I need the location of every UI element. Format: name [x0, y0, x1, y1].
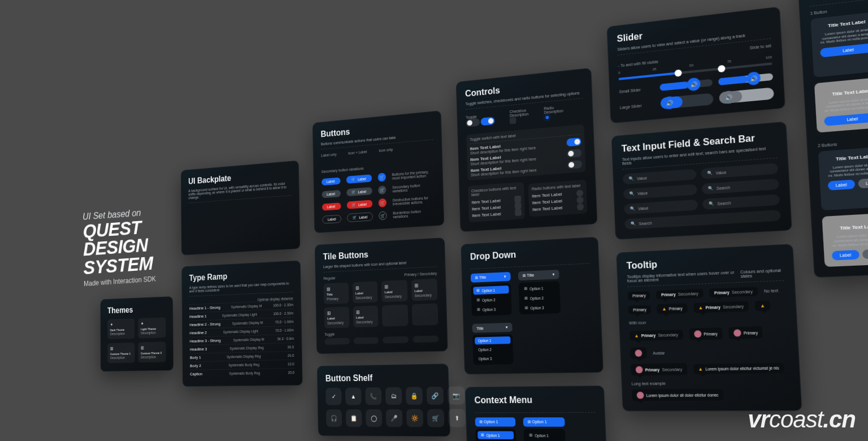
- text-input[interactable]: 🔍Value: [623, 169, 697, 185]
- tooltip-warning: ▲Primary: [657, 303, 687, 314]
- tile-button[interactable]: [382, 304, 408, 326]
- dropdown-item[interactable]: ⊞Option 2: [474, 295, 509, 304]
- destructive-button[interactable]: Label: [322, 202, 341, 210]
- shelf-button[interactable]: ✓: [326, 388, 341, 405]
- checkbox[interactable]: [515, 202, 522, 210]
- radio[interactable]: [577, 203, 584, 210]
- contextmenu-item[interactable]: ⊞Option 1: [526, 431, 563, 440]
- tile-button[interactable]: ⊞TitlePrimary: [324, 283, 349, 305]
- shelf-button[interactable]: 📞: [365, 387, 381, 405]
- borderless-button[interactable]: Label: [322, 214, 341, 223]
- shelf-button[interactable]: ▲: [345, 387, 362, 405]
- checkbox[interactable]: [515, 209, 522, 217]
- buttons-col-secondary: Secondary button variations: [322, 166, 364, 174]
- text-input[interactable]: 🔍Value: [623, 184, 697, 200]
- dialog-button[interactable]: Label: [832, 250, 859, 261]
- shelf-button[interactable]: 🗂: [385, 387, 402, 405]
- shelf-button[interactable]: 🔗: [427, 387, 444, 405]
- shelf-button[interactable]: 🎧: [326, 409, 342, 427]
- small-slider[interactable]: 🔊: [718, 73, 773, 85]
- theme-dark[interactable]: ✦Dark ThemeDescription: [107, 318, 134, 339]
- search-input[interactable]: 🔍Search: [701, 179, 779, 194]
- dialog-button[interactable]: Label: [858, 178, 868, 188]
- dialog-button[interactable]: Label: [862, 249, 868, 260]
- toggle[interactable]: [566, 137, 581, 146]
- shelf-button[interactable]: 🎤: [386, 409, 403, 427]
- dialog-button[interactable]: Label: [820, 42, 868, 57]
- text-input[interactable]: 🔍Value: [701, 163, 778, 179]
- secondary-button-icon[interactable]: 🛒Label: [346, 187, 372, 196]
- large-slider[interactable]: 🔊: [719, 87, 774, 104]
- dropdown-item[interactable]: Option 1: [475, 336, 511, 345]
- shelf-button[interactable]: 🔆: [406, 409, 423, 427]
- text-input[interactable]: 🔍Value: [624, 200, 698, 215]
- search-icon: 🔍: [629, 191, 635, 196]
- shelf-button[interactable]: 📷: [448, 386, 465, 404]
- dialog-button[interactable]: Label: [824, 112, 868, 126]
- toggle-off[interactable]: [466, 118, 480, 127]
- cart-icon: 🛒: [351, 202, 356, 207]
- toggle[interactable]: [567, 149, 581, 158]
- destructive-button-icon[interactable]: 🛒Label: [347, 200, 373, 209]
- theme-light[interactable]: ✦Light ThemeDescription: [138, 317, 166, 338]
- shelf-button[interactable]: 🔒: [406, 387, 423, 405]
- dropdown-item[interactable]: ⊞Option 3: [522, 303, 558, 312]
- borderless-button-icon[interactable]: 🛒Label: [347, 212, 373, 222]
- toggle-on[interactable]: [481, 116, 495, 126]
- secondary-button[interactable]: Label: [322, 189, 341, 198]
- dropdown-item[interactable]: ⊞Option 1: [473, 286, 509, 295]
- contextmenu-trigger[interactable]: ⊞ Option 1: [523, 417, 565, 427]
- primary-icon-button[interactable]: 🛒: [378, 172, 386, 181]
- radio[interactable]: [576, 196, 583, 204]
- cart-icon: 🛒: [351, 190, 356, 194]
- radio[interactable]: [576, 189, 583, 197]
- tile-toggle[interactable]: [324, 338, 349, 345]
- primary-button[interactable]: Label: [322, 177, 341, 185]
- secondary-icon-button[interactable]: 🛒: [378, 185, 387, 194]
- tooltip-avatar-label: Avatar: [653, 351, 665, 355]
- slider-large-label: Large Slider: [620, 102, 655, 110]
- large-slider[interactable]: 🔊: [660, 93, 713, 109]
- tile-button[interactable]: ⊞LabelSecondary: [324, 306, 349, 328]
- buttons-note-1: Buttons for the primary, most important …: [392, 170, 434, 180]
- dropdown-trigger[interactable]: ⊞ Title▾: [471, 272, 511, 283]
- shelf-button[interactable]: ⬆: [448, 409, 466, 427]
- tile-toggle[interactable]: [413, 335, 439, 343]
- shelf-button[interactable]: 🛒: [427, 409, 445, 427]
- tile-button[interactable]: [411, 304, 438, 326]
- dropdown-item[interactable]: ⊞Option 1: [520, 283, 557, 293]
- tile-toggle[interactable]: [353, 337, 379, 344]
- tile-button[interactable]: ⊞LabelSecondary: [381, 280, 407, 302]
- tile-button[interactable]: ⊞LabelSecondary: [353, 305, 378, 327]
- theme-custom-1[interactable]: ⊞Custom Theme 1Description: [107, 343, 134, 364]
- shelf-button[interactable]: 📋: [346, 409, 362, 427]
- checkbox-group-label: Checkbox buttons with text label: [471, 185, 521, 197]
- shelf-button[interactable]: ◯: [366, 409, 382, 427]
- tile-button[interactable]: ⊞LabelSecondary: [411, 279, 437, 301]
- contextmenu-trigger[interactable]: ⊞ Option 1: [475, 417, 516, 426]
- primary-button-icon[interactable]: 🛒Label: [346, 174, 372, 184]
- tile-toggle[interactable]: [383, 336, 409, 344]
- controls-heading: Controls: [465, 77, 583, 98]
- dropdown-trigger[interactable]: ⊞ Title▾: [518, 270, 559, 280]
- dialog-card: Title Text Label Lorem ipsum dolor sit a…: [810, 11, 868, 77]
- checkbox[interactable]: [514, 196, 521, 203]
- contextmenu-item[interactable]: ⊞Option 1: [478, 431, 514, 439]
- tile-button[interactable]: ⊞LabelSecondary: [352, 281, 377, 303]
- theme-custom-2[interactable]: ⊞Custom Theme 2Description: [138, 341, 166, 362]
- warning-icon: ▲: [760, 303, 765, 309]
- checkbox[interactable]: [510, 117, 517, 124]
- radio[interactable]: [544, 114, 551, 121]
- dropdown-trigger[interactable]: Title▾: [472, 323, 512, 333]
- small-slider[interactable]: 🔊: [659, 79, 713, 91]
- dropdown-item[interactable]: Option 2: [475, 345, 511, 353]
- contextmenu-panel: Context Menu ⊞ Option 1 ⊞Option 1 ⊞Optio…: [465, 386, 610, 441]
- dropdown-item[interactable]: ⊞Option 3: [474, 305, 509, 314]
- toggle[interactable]: [567, 160, 582, 169]
- dialog-button[interactable]: Label: [828, 180, 855, 191]
- dropdown-item[interactable]: ⊞Option 2: [521, 293, 558, 302]
- dropdown-item[interactable]: Option 3: [475, 354, 511, 362]
- destructive-icon-button[interactable]: 🛒: [379, 198, 387, 207]
- search-input[interactable]: 🔍Search: [702, 194, 780, 209]
- borderless-icon-button[interactable]: 🛒: [379, 211, 387, 220]
